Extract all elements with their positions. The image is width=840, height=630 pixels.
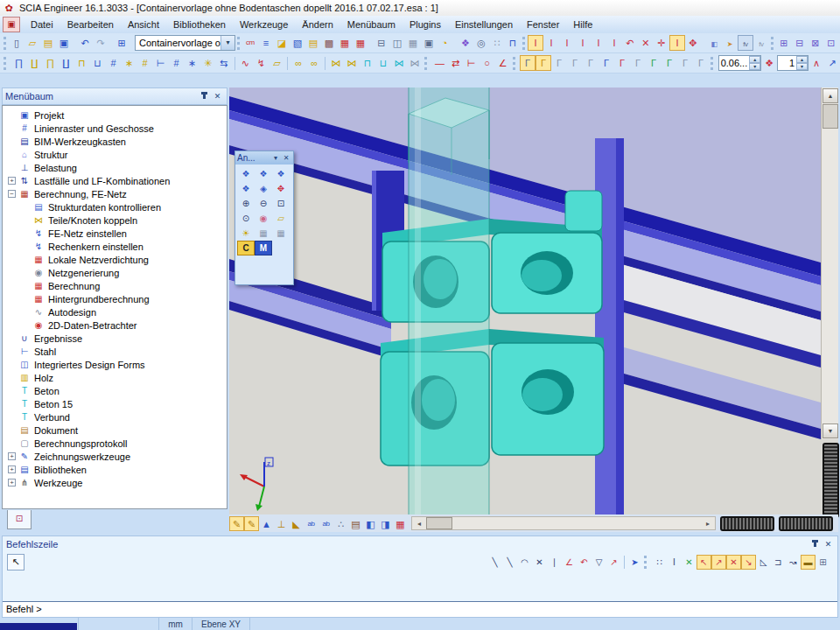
section-delete-icon[interactable]: ✕: [638, 35, 654, 51]
stretch-members-icon[interactable]: #: [137, 55, 153, 71]
draw-pencil2-icon[interactable]: ✎: [244, 516, 259, 531]
label-filter-icon[interactable]: fv: [753, 35, 769, 51]
tree-expander-icon[interactable]: [22, 321, 30, 329]
snap-vector-icon[interactable]: ↗: [606, 555, 621, 570]
spin-down-icon[interactable]: ▾: [749, 63, 760, 70]
wireframe-view-icon[interactable]: Γ: [551, 55, 567, 71]
view-z-icon[interactable]: ❖: [272, 166, 290, 181]
layers-icon[interactable]: ≡: [258, 35, 274, 51]
copy-members-icon[interactable]: ∐: [59, 55, 74, 71]
tree-item-dokument[interactable]: ▤ Dokument: [3, 424, 227, 437]
toolbar-grip[interactable]: [513, 57, 518, 70]
render-red-icon[interactable]: Γ: [614, 55, 630, 71]
tree-item-integriertes-design-forms[interactable]: ◫ Integriertes Design Forms: [3, 358, 227, 371]
tree-item-zeichnungswerkzeuge[interactable]: + ✎ Zeichnungswerkzeuge: [3, 450, 227, 463]
tree-expander-icon[interactable]: [8, 150, 16, 158]
tree-expander-icon[interactable]: [8, 124, 16, 132]
tangent-snap-icon[interactable]: ↝: [786, 555, 801, 570]
close-icon[interactable]: ✕: [211, 90, 224, 102]
floating-toolbar-header[interactable]: An... ▾ ✕: [235, 151, 293, 164]
view-perspective-icon[interactable]: ◈: [255, 181, 272, 196]
quick-help-icon[interactable]: ⊓: [505, 35, 521, 51]
document-preview-icon[interactable]: ▣: [421, 35, 437, 51]
tree-item-netzgenerierung[interactable]: ◉ Netzgenerierung: [3, 266, 227, 279]
chevron-down-icon[interactable]: ▾: [270, 152, 281, 164]
render-gray-icon[interactable]: Γ: [630, 55, 646, 71]
zoom-window-icon[interactable]: ⊡: [272, 196, 290, 211]
arrange-window-icon[interactable]: ⊡: [823, 35, 839, 51]
curve-edit-icon[interactable]: ↯: [253, 55, 269, 71]
node-size-icon[interactable]: ❖: [761, 55, 777, 71]
section-edit-icon[interactable]: I: [559, 35, 575, 51]
save-all-icon[interactable]: ▤: [40, 35, 56, 51]
scroll-down-icon[interactable]: ▼: [822, 424, 838, 438]
snap-polygon-icon[interactable]: ▽: [592, 555, 606, 570]
tree-item-berechnung-fe-netz[interactable]: − ▦ Berechnung, FE-Netz: [3, 187, 227, 200]
render-green2-icon[interactable]: Γ: [662, 55, 677, 71]
tree-item-werkzeuge[interactable]: + ⋔ Werkzeuge: [3, 476, 227, 489]
tree-expander-icon[interactable]: [22, 242, 30, 250]
menu-plugins[interactable]: Plugins: [402, 18, 448, 32]
snap-settings-icon[interactable]: ⊞: [816, 555, 830, 570]
snap-segment-icon[interactable]: ╲: [502, 555, 517, 570]
tree-expander-icon[interactable]: [8, 439, 16, 447]
hidden-lines-icon[interactable]: Γ: [520, 55, 536, 71]
view-x-icon[interactable]: ❖: [237, 166, 255, 181]
zoom-document-icon[interactable]: ◎: [473, 35, 489, 51]
activity-icon[interactable]: ◪: [274, 35, 290, 51]
toolbar-grip[interactable]: [710, 57, 716, 70]
horizontal-scroll-thumb[interactable]: [426, 517, 452, 529]
tree-item-2d-daten-betrachter[interactable]: ◉ 2D-Daten-Betrachter: [3, 318, 227, 332]
copy-count-spinbox[interactable]: 1 ▴ ▾: [777, 55, 808, 71]
pin-icon[interactable]: [808, 538, 822, 550]
unlink-members-icon[interactable]: ⋈: [344, 55, 360, 71]
tree-item-struktur[interactable]: ⌂ Struktur: [3, 148, 227, 161]
tree-expander-icon[interactable]: [8, 374, 16, 382]
units-icon[interactable]: cm: [242, 35, 258, 51]
menu-aendern[interactable]: Ändern: [295, 18, 340, 32]
tree-expander-icon[interactable]: [8, 426, 16, 434]
undo-icon[interactable]: ↶: [77, 35, 93, 51]
command-input[interactable]: Befehl >: [3, 601, 837, 617]
tree-expander-icon[interactable]: [8, 413, 16, 421]
tree-item-belastung[interactable]: ⊥ Belastung: [3, 161, 227, 174]
tree-item-beton-15[interactable]: T Beton 15: [3, 397, 227, 410]
close-icon[interactable]: ✕: [822, 538, 835, 550]
end-style-icon[interactable]: ⊢: [464, 55, 480, 71]
menu-bearbeiten[interactable]: Bearbeiten: [60, 18, 121, 32]
copy-image-icon[interactable]: ▦: [272, 226, 290, 241]
reverse-orientation-icon[interactable]: ⇆: [216, 55, 232, 71]
endpoint-snap-icon[interactable]: ↖: [696, 555, 711, 570]
spin-down-icon[interactable]: ▾: [796, 63, 808, 70]
menu-einstellungen[interactable]: Einstellungen: [448, 18, 520, 32]
redo-icon[interactable]: ↷: [93, 35, 108, 51]
tree-item-lastfaelle[interactable]: + ⇅ Lastfälle und LF-Kombinationen: [3, 174, 227, 187]
scale-step-icon[interactable]: ↗: [824, 55, 840, 71]
polar-snap-icon[interactable]: ⊐: [771, 555, 786, 570]
midpoint-snap-icon[interactable]: ↗: [711, 555, 726, 570]
view-axo-icon[interactable]: ❖: [237, 181, 255, 196]
move-tool-icon[interactable]: ✥: [685, 35, 701, 51]
visibility-filter-icon[interactable]: fv: [738, 35, 753, 51]
tree-item-strukturdaten-kontrollieren[interactable]: ▤ Strukturdaten kontrollieren: [3, 200, 227, 214]
toolbar-grip[interactable]: [4, 37, 6, 50]
show-document-icon[interactable]: ▤: [348, 516, 363, 531]
vertical-scrollbar[interactable]: ▲ ▼: [821, 88, 838, 439]
mesh-view-icon[interactable]: ▩: [321, 35, 337, 51]
tree-expander-icon[interactable]: [22, 229, 30, 237]
paste-view-icon[interactable]: ⊟: [792, 35, 808, 51]
export-view-icon[interactable]: ➤: [722, 35, 738, 51]
line-style-icon[interactable]: —: [432, 55, 448, 71]
render-flat-icon[interactable]: Γ: [677, 55, 693, 71]
chevron-down-icon[interactable]: ▾: [220, 36, 234, 50]
horizontal-scrollbar[interactable]: ◂ ▸: [411, 516, 716, 530]
tree-item-berechnungsprotokoll[interactable]: ▢ Berechnungsprotokoll: [3, 437, 227, 450]
snap-angle-icon[interactable]: ∠: [562, 555, 577, 570]
tree-item-stahl[interactable]: ⊢ Stahl: [3, 345, 227, 358]
show-grid-icon[interactable]: ▦: [393, 516, 408, 531]
member-check-icon[interactable]: ⋈: [407, 55, 423, 71]
tree-expander-icon[interactable]: [22, 308, 30, 316]
select-arrow-icon[interactable]: ➤: [627, 555, 642, 570]
section-info-icon[interactable]: I: [591, 35, 606, 51]
join-members-icon[interactable]: ⊓: [74, 55, 90, 71]
